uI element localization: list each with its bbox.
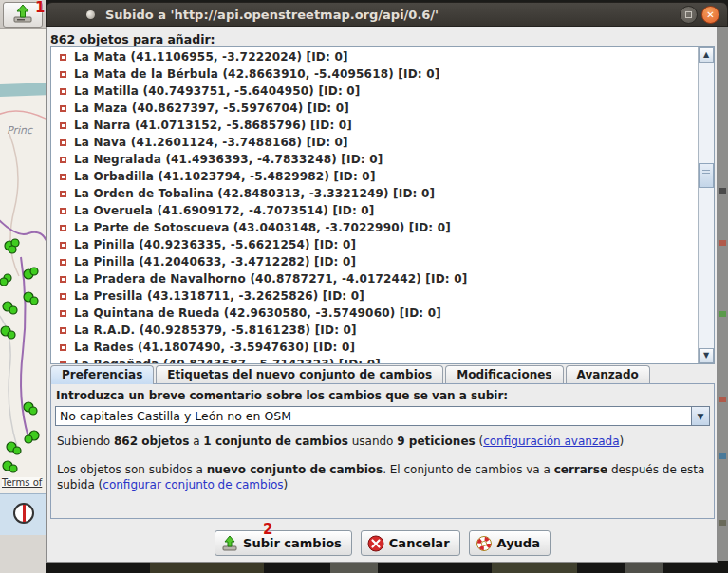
configure-changeset-link[interactable]: configurar conjunto de cambios — [103, 478, 283, 491]
list-item-label: La Presilla (43.1318711, -3.2625826) [ID… — [74, 289, 364, 303]
upload-list-item[interactable]: La Pinilla (41.2040633, -3.4712282) [ID:… — [51, 253, 698, 270]
annotation-marker-2: 2 — [263, 521, 272, 538]
list-item-label: La Rades (41.1807490, -3.5947630) [ID: 0… — [74, 341, 355, 354]
upload-list-item[interactable]: La Rades (41.1807490, -3.5947630) [ID: 0… — [51, 339, 698, 356]
node-icon — [60, 208, 66, 214]
combo-dropdown-button[interactable]: ▼ — [691, 407, 709, 425]
cancel-icon — [367, 535, 384, 552]
upload-button[interactable]: Subir cambios — [215, 530, 352, 556]
node-icon — [60, 174, 66, 180]
comment-value[interactable]: No capitales Castilla y León no en OSM — [56, 409, 691, 423]
node-icon — [60, 54, 66, 61]
list-item-label: La Pradera de Navalhorno (40.8787271, -4… — [74, 272, 467, 286]
comment-label: Introduzca un breve comentario sobre los… — [56, 389, 508, 402]
scroll-down-button[interactable]: ▼ — [699, 348, 714, 363]
josm-main-window: Princ Terms of — [0, 0, 46, 573]
upload-list-item[interactable]: La Maza (40.8627397, -5.5976704) [ID: 0] — [51, 100, 698, 117]
node-icon — [60, 293, 66, 300]
dialog-button-row: Subir cambiosCancelarAyuda — [47, 530, 719, 556]
dialog-window-icon — [86, 10, 95, 19]
list-item-label: La Overuela (41.6909172, -4.7073514) [ID… — [74, 204, 375, 217]
scroll-up-button[interactable]: ▲ — [699, 47, 714, 63]
list-item-label: La Pinilla (40.9236335, -5.6621254) [ID:… — [74, 238, 356, 251]
list-scrollbar[interactable]: ▲ ▼ — [698, 47, 714, 363]
map-attribution-link[interactable]: Terms of — [2, 477, 42, 488]
objects-count-label: 862 objetos para añadir: — [50, 32, 215, 46]
map-view[interactable]: Princ Terms of — [0, 29, 46, 493]
dialog-title: Subido a 'http://api.openstreetmap.org/a… — [105, 8, 439, 22]
node-icon — [60, 157, 66, 163]
list-item-label: La R.A.D. (40.9285379, -5.8161238) [ID: … — [74, 323, 357, 337]
upload-icon — [12, 4, 33, 27]
upload-list-item[interactable]: La Parte de Sotoscueva (43.0403148, -3.7… — [51, 219, 698, 236]
node-icon — [60, 259, 66, 266]
tab-modificaciones[interactable]: Modificaciones — [445, 365, 563, 384]
node-icon — [60, 191, 66, 197]
map-footer-bar — [0, 493, 46, 535]
tab-bar: PreferenciasEtiquetas del nuevo conjunto… — [50, 365, 650, 384]
node-icon — [60, 225, 66, 231]
list-item-label: La Orden de Tobalina (42.8480313, -3.332… — [74, 187, 435, 200]
tab-preferencias[interactable]: Preferencias — [50, 365, 154, 384]
list-item-label: La Nava (41.2601124, -3.7488168) [ID: 0] — [74, 136, 348, 149]
upload-dialog: Subido a 'http://api.openstreetmap.org/a… — [46, 2, 728, 561]
advanced-configuration-link[interactable]: configuración avanzada — [483, 434, 619, 448]
upload-list-item[interactable]: La Presilla (43.1318711, -3.2625826) [ID… — [51, 287, 698, 305]
list-item-label: La Maza (40.8627397, -5.5976704) [ID: 0] — [74, 102, 349, 115]
preferences-tab-panel: Introduzca un breve comentario sobre los… — [50, 383, 715, 519]
upload-list-item[interactable]: La Nava (41.2601124, -3.7488168) [ID: 0] — [51, 134, 698, 151]
upload-list-item[interactable]: La Negralada (41.4936393, -4.7833248) [I… — [51, 151, 698, 168]
upload-list-item[interactable]: La Mata de la Bérbula (42.8663910, -5.40… — [51, 65, 698, 83]
upload-list-item[interactable]: La Quintana de Rueda (42.9630580, -3.574… — [51, 305, 698, 322]
annotation-marker-1: 1 — [35, 0, 45, 16]
node-icon — [60, 361, 66, 364]
list-item-label: La Quintana de Rueda (42.9630580, -3.574… — [74, 306, 441, 320]
upload-list-item[interactable]: La Pradera de Navalhorno (40.8787271, -4… — [51, 270, 698, 287]
list-item-label: La Parte de Sotoscueva (43.0403148, -3.7… — [74, 221, 451, 234]
node-icon — [60, 327, 66, 334]
node-icon — [60, 122, 66, 129]
node-icon — [60, 242, 66, 249]
list-item-label: La Mata (41.1106955, -3.7222024) [ID: 0] — [74, 50, 348, 64]
list-item-label: La Negralada (41.4936393, -4.7833248) [I… — [74, 153, 383, 166]
screen: Princ Terms of Subido a 'http://api.open… — [0, 0, 728, 573]
list-item-label: La Matilla (40.7493751, -5.6404950) [ID:… — [74, 84, 361, 98]
dialog-titlebar[interactable]: Subido a 'http://api.openstreetmap.org/a… — [46, 2, 728, 27]
changeset-info-text: Los objetos son subidos a nuevo conjunto… — [57, 462, 708, 492]
list-item-label: La Pinilla (41.2040633, -3.4712282) [ID:… — [74, 255, 356, 268]
map-town-label: Princ — [7, 124, 32, 137]
node-icon — [60, 276, 66, 283]
upload-list-item[interactable]: La Pinilla (40.9236335, -5.6621254) [ID:… — [51, 236, 698, 253]
node-icon — [60, 71, 66, 78]
button-label: Cancelar — [389, 536, 450, 550]
upload-list-item[interactable]: La Orden de Tobalina (42.8480313, -3.332… — [51, 185, 698, 202]
node-icon — [60, 344, 66, 351]
list-item-label: La Mata de la Bérbula (42.8663910, -5.40… — [74, 67, 439, 81]
upload-summary-text: Subiendo 862 objetos a 1 conjunto de cam… — [57, 434, 708, 449]
left-panel-bottom — [0, 535, 46, 573]
scroll-thumb[interactable] — [699, 163, 714, 188]
help-button[interactable]: Ayuda — [469, 530, 551, 556]
chevron-down-icon: ▼ — [698, 412, 704, 421]
upload-list-item[interactable]: La R.A.D. (40.9285379, -5.8161238) [ID: … — [51, 322, 698, 339]
list-rows: La Mata (41.1106955, -3.7222024) [ID: 0]… — [51, 48, 698, 363]
upload-list-item[interactable]: La Regañada (40.8243587, -5.7142323) [ID… — [51, 356, 698, 363]
upload-list-item[interactable]: La Matilla (40.7493751, -5.6404950) [ID:… — [51, 83, 698, 100]
close-button[interactable]: ✕ — [701, 6, 719, 24]
compass-icon[interactable] — [13, 503, 34, 524]
maximize-button[interactable] — [680, 6, 698, 24]
node-icon — [60, 105, 66, 112]
upload-list-item[interactable]: La Overuela (41.6909172, -4.7073514) [ID… — [51, 202, 698, 219]
button-label: Subir cambios — [243, 536, 342, 550]
map-water — [0, 83, 46, 97]
tab-etiquetas[interactable]: Etiquetas del nuevo conjunto de cambios — [156, 365, 443, 384]
tab-avanzado[interactable]: Avanzado — [566, 365, 650, 384]
upload-list-item[interactable]: La Narra (41.0713152, -5.8685796) [ID: 0… — [51, 117, 698, 134]
upload-list-item[interactable]: La Orbadilla (41.1023794, -5.4829982) [I… — [51, 168, 698, 185]
maximize-icon — [685, 11, 692, 18]
node-icon — [60, 88, 66, 95]
cancel-button[interactable]: Cancelar — [361, 530, 460, 556]
upload-list-item[interactable]: La Mata (41.1106955, -3.7222024) [ID: 0] — [51, 48, 698, 65]
dialog-body: 862 objetos para añadir: La Mata (41.110… — [46, 27, 718, 563]
changeset-comment-combobox[interactable]: No capitales Castilla y León no en OSM ▼ — [55, 406, 710, 426]
